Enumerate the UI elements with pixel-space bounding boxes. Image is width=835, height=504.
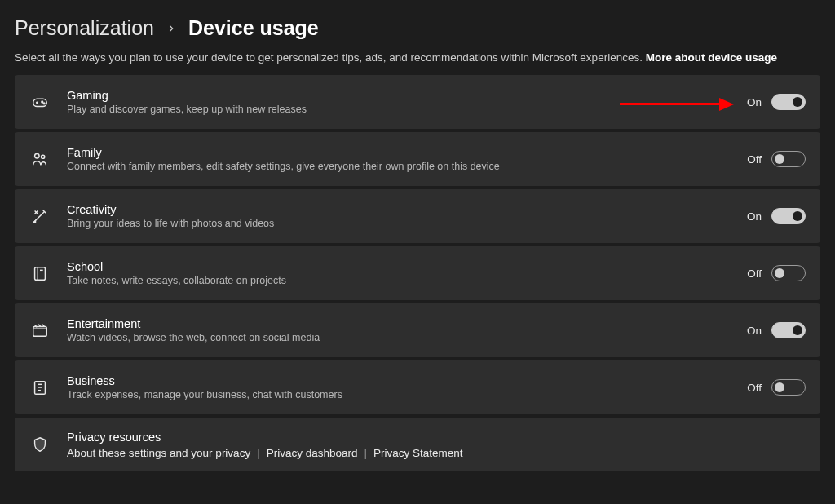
setting-title: Gaming [67,88,726,103]
toggle-switch[interactable] [771,94,806,110]
setting-description: Bring your ideas to life with photos and… [67,217,726,231]
toggle-state-label: Off [742,267,762,280]
setting-row-school: School Take notes, write essays, collabo… [15,246,820,300]
svg-point-4 [43,103,45,104]
setting-title: Creativity [67,202,726,217]
privacy-title: Privacy resources [67,430,806,444]
svg-point-5 [35,154,40,159]
svg-point-6 [42,155,45,158]
privacy-links: About these settings and your privacy | … [67,447,806,459]
creativity-icon [29,206,51,227]
settings-list: Gaming Play and discover games, keep up … [15,75,820,471]
toggle-state-label: Off [742,382,762,394]
business-icon [29,377,51,398]
privacy-link-dashboard[interactable]: Privacy dashboard [267,447,358,459]
separator: | [257,447,260,459]
svg-rect-7 [35,267,46,281]
setting-row-business: Business Track expenses, manage your bus… [15,360,820,414]
setting-description: Play and discover games, keep up with ne… [67,103,726,117]
more-about-link[interactable]: More about device usage [646,51,777,64]
toggle-state-label: Off [742,153,762,166]
privacy-link-statement[interactable]: Privacy Statement [373,447,463,459]
setting-description: Connect with family members, edit safety… [67,160,726,174]
breadcrumb-current: Device usage [188,16,319,40]
privacy-resources-row: Privacy resources About these settings a… [15,418,820,471]
chevron-right-icon [166,21,177,38]
setting-description: Take notes, write essays, collaborate on… [67,274,726,288]
svg-rect-10 [33,326,47,336]
school-icon [29,263,51,284]
privacy-link-about[interactable]: About these settings and your privacy [67,447,250,459]
setting-title: Family [67,145,726,160]
toggle-state-label: On [742,325,762,337]
setting-row-gaming: Gaming Play and discover games, keep up … [15,75,820,129]
shield-icon [29,434,51,455]
breadcrumb-parent[interactable]: Personalization [15,16,154,40]
separator: | [364,447,367,459]
family-icon [29,148,51,170]
toggle-switch[interactable] [771,208,806,224]
setting-row-entertainment: Entertainment Watch videos, browse the w… [15,303,820,357]
toggle-state-label: On [742,210,762,223]
setting-title: Business [67,374,726,388]
gaming-icon [29,91,51,113]
svg-point-3 [42,101,43,103]
toggle-switch[interactable] [771,322,806,338]
setting-row-creativity: Creativity Bring your ideas to life with… [15,189,820,243]
toggle-switch[interactable] [771,265,806,281]
setting-description: Watch videos, browse the web, connect on… [67,331,726,345]
setting-title: School [67,259,726,274]
toggle-switch[interactable] [771,379,806,396]
setting-row-family: Family Connect with family members, edit… [15,132,820,186]
entertainment-icon [29,320,51,341]
setting-description: Track expenses, manage your business, ch… [67,388,726,402]
toggle-switch[interactable] [771,151,806,167]
breadcrumb: Personalization Device usage [15,16,820,40]
toggle-state-label: On [742,96,762,108]
page-subtitle: Select all the ways you plan to use your… [15,51,820,64]
subtitle-text: Select all the ways you plan to use your… [15,51,646,64]
setting-title: Entertainment [67,316,726,331]
